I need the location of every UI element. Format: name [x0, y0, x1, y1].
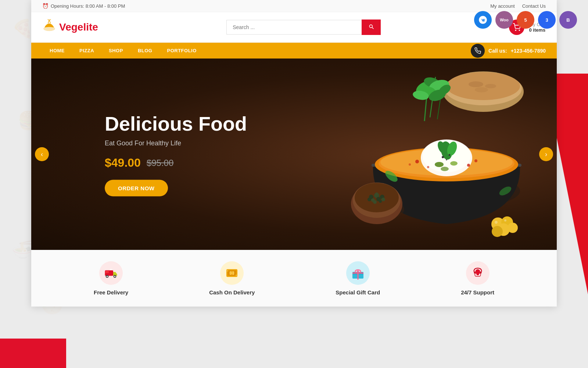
- svg-point-48: [381, 198, 385, 201]
- svg-point-56: [492, 226, 503, 237]
- svg-point-8: [475, 87, 488, 92]
- svg-point-29: [474, 159, 477, 162]
- svg-point-1: [516, 30, 516, 31]
- free-delivery-label: Free Delivery: [94, 289, 128, 296]
- svg-point-32: [409, 163, 411, 166]
- css3-icon[interactable]: 3: [538, 11, 556, 29]
- contact-us-link[interactable]: Contact Us: [522, 3, 546, 9]
- nav-pizza[interactable]: PIZZA: [72, 43, 101, 59]
- feature-free-delivery: Free Delivery: [94, 261, 128, 296]
- hero-subtitle: Eat Good For Healthy Life: [105, 139, 247, 147]
- svg-point-37: [449, 154, 451, 156]
- logo-text: Vegelite: [59, 21, 98, 33]
- carousel-next-button[interactable]: ›: [539, 147, 553, 161]
- woocommerce-icon[interactable]: Woo: [495, 11, 513, 29]
- gift-card-label: Special Gift Card: [336, 289, 380, 296]
- svg-point-36: [442, 156, 444, 158]
- svg-point-64: [107, 276, 108, 277]
- svg-point-30: [427, 166, 429, 168]
- feature-cash-delivery: Cash On Delivery: [209, 261, 255, 296]
- gift-card-icon: [346, 261, 370, 285]
- support-label: 24/7 Support: [461, 289, 494, 296]
- hero-content: Delicious Food Eat Good For Healthy Life…: [105, 112, 247, 197]
- feature-support: 24/7 Support: [461, 261, 494, 296]
- opening-hours-text: Opening Hours: 8:00 AM - 8:00 PM: [51, 3, 125, 9]
- carousel-prev-button[interactable]: ‹: [35, 147, 49, 161]
- nav-portfolio[interactable]: PORTFOLIO: [159, 43, 204, 59]
- phone-number: +123-456-7890: [511, 48, 546, 54]
- svg-point-58: [495, 221, 498, 224]
- price-new: $49.00: [105, 156, 141, 170]
- search-input[interactable]: [226, 20, 362, 35]
- phone-icon: [471, 44, 485, 58]
- hero-title: Delicious Food: [105, 112, 247, 135]
- nav-shop[interactable]: SHOP: [101, 43, 130, 59]
- support-icon: [466, 261, 490, 285]
- search-button[interactable]: [362, 20, 381, 35]
- logo-main: Vege: [59, 21, 83, 33]
- svg-point-51: [379, 200, 382, 203]
- features-bar: Free Delivery Cash On Delivery: [31, 250, 557, 307]
- top-bar: ⏰ Opening Hours: 8:00 AM - 8:00 PM My ac…: [31, 0, 557, 12]
- red-block-decoration: [0, 339, 66, 368]
- svg-point-38: [446, 159, 447, 160]
- svg-point-52: [375, 192, 378, 195]
- order-now-button[interactable]: ORDER NOW: [105, 180, 168, 197]
- svg-point-7: [485, 84, 496, 88]
- hero-food-image: [300, 62, 527, 246]
- price-old: $95.00: [147, 158, 173, 168]
- wordpress-icon[interactable]: [474, 11, 492, 29]
- hero-price: $49.00 $95.00: [105, 156, 247, 170]
- svg-point-34: [450, 161, 458, 166]
- svg-point-72: [231, 272, 233, 274]
- nav-home[interactable]: HOME: [42, 43, 72, 59]
- html5-icon[interactable]: 5: [517, 11, 534, 29]
- opening-hours: ⏰ Opening Hours: 8:00 AM - 8:00 PM: [42, 3, 125, 9]
- call-us: Call us: +123-456-7890: [471, 44, 546, 58]
- logo-accent: lite: [83, 21, 98, 33]
- logo-icon: [42, 19, 56, 36]
- cash-delivery-icon: [220, 261, 244, 285]
- nav-blog[interactable]: BLOG: [130, 43, 160, 59]
- my-account-link[interactable]: My account: [490, 3, 514, 9]
- svg-point-28: [415, 160, 419, 163]
- svg-point-57: [508, 223, 518, 233]
- svg-point-2: [519, 30, 520, 31]
- svg-point-59: [504, 219, 506, 222]
- svg-point-31: [467, 164, 470, 167]
- tech-icons-bar: Woo 5 3 B: [474, 11, 577, 29]
- svg-point-35: [441, 167, 449, 171]
- search-bar: [226, 20, 381, 35]
- main-container: ⏰ Opening Hours: 8:00 AM - 8:00 PM My ac…: [31, 0, 557, 307]
- feature-gift-card: Special Gift Card: [336, 261, 380, 296]
- svg-point-49: [368, 198, 371, 201]
- free-delivery-icon: [99, 261, 123, 285]
- nav-links: HOME PIZZA SHOP BLOG PORTFOLIO: [42, 43, 204, 59]
- top-bar-nav: My account Contact Us: [490, 3, 546, 9]
- svg-point-33: [435, 162, 444, 167]
- svg-point-50: [373, 200, 377, 204]
- svg-point-6: [469, 81, 483, 87]
- svg-rect-67: [105, 271, 109, 273]
- svg-point-74: [236, 275, 237, 276]
- svg-point-5: [447, 72, 520, 100]
- call-label: Call us:: [488, 48, 507, 54]
- hero-section: ‹ › Delicious Food Eat Good For Healthy …: [31, 59, 557, 250]
- navigation-bar: HOME PIZZA SHOP BLOG PORTFOLIO Call us: …: [31, 43, 557, 59]
- cash-delivery-label: Cash On Delivery: [209, 289, 255, 296]
- svg-point-66: [114, 276, 116, 277]
- logo[interactable]: Vegelite: [42, 19, 98, 36]
- svg-point-73: [227, 270, 229, 272]
- clock-icon: ⏰: [42, 3, 49, 9]
- bootstrap-icon[interactable]: B: [559, 11, 577, 29]
